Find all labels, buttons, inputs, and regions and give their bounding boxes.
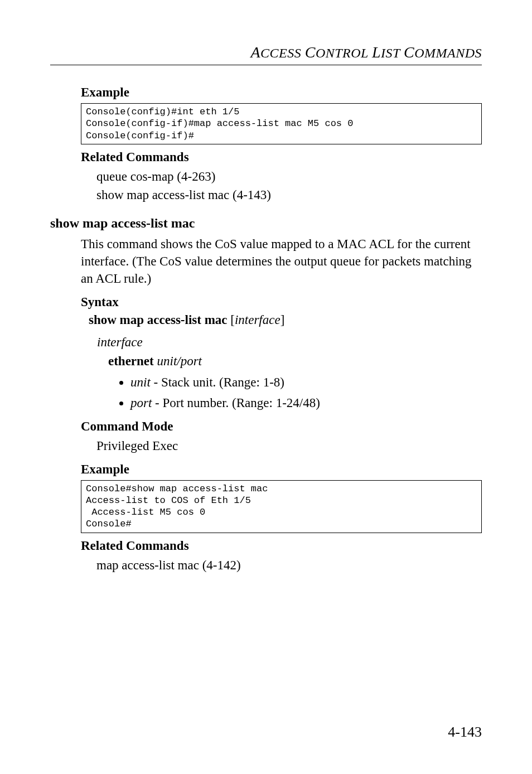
related-heading-1: Related Commands	[81, 150, 482, 165]
syntax-bullets: unit - Stack unit. (Range: 1-8) port - P…	[50, 373, 482, 414]
bullet-port-rest: - Port number. (Range: 1-24/48)	[152, 396, 320, 410]
example-heading-1: Example	[81, 85, 482, 100]
code-block-2: Console#show map access-list mac Access-…	[81, 480, 482, 533]
syntax-bracket-open: [	[228, 313, 235, 327]
header-rule	[50, 65, 482, 65]
command-description: This command shows the CoS value mapped …	[81, 235, 482, 287]
command-name-heading: show map access-list mac	[50, 216, 482, 231]
bullet-unit-rest: - Stack unit. (Range: 1-8)	[151, 375, 284, 389]
related-heading-2: Related Commands	[81, 539, 482, 553]
param-ethernet-ital: unit/port	[154, 354, 202, 368]
command-mode-heading: Command Mode	[81, 419, 482, 434]
bullet-port: port - Port number. (Range: 1-24/48)	[130, 393, 482, 414]
syntax-heading: Syntax	[81, 295, 482, 309]
command-mode-value: Privileged Exec	[81, 437, 482, 454]
syntax-bracket-close: ]	[280, 313, 285, 327]
param-ethernet-bold: ethernet	[108, 354, 154, 368]
code-block-1: Console(config)#int eth 1/5 Console(conf…	[81, 103, 482, 144]
bullet-unit-ital: unit	[130, 375, 151, 389]
syntax-bold: show map access-list mac	[89, 313, 228, 327]
syntax-ital: interface	[235, 313, 280, 327]
example-heading-2: Example	[81, 462, 482, 477]
bullet-port-ital: port	[130, 396, 152, 410]
related-line-1a: queue cos-map (4-263)	[81, 168, 482, 185]
page-number: 4-143	[448, 724, 482, 741]
related-line-1b: show map access-list mac (4-143)	[81, 186, 482, 204]
param-interface: interface	[97, 335, 143, 349]
param-block: interface ethernet unit/port	[50, 333, 482, 371]
syntax-line: show map access-list mac [interface]	[81, 313, 482, 327]
related-line-2a: map access-list mac (4-142)	[81, 557, 482, 574]
running-header: ACCESS CONTROL LIST COMMANDS	[50, 43, 482, 61]
bullet-unit: unit - Stack unit. (Range: 1-8)	[130, 373, 482, 393]
